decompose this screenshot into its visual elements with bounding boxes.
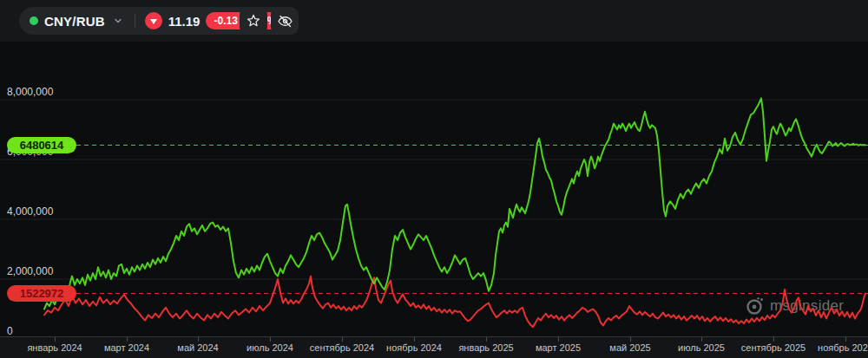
x-axis-tick: [198, 337, 199, 342]
last-price: 11.19: [168, 14, 201, 29]
x-axis-tick: [342, 337, 343, 342]
x-axis-tick: [845, 337, 846, 342]
eye-off-icon: [277, 13, 293, 29]
x-axis-tick: [486, 337, 487, 342]
x-axis-tick: [630, 337, 631, 342]
series-red_line: [44, 277, 865, 328]
chevron-down-icon[interactable]: [113, 16, 123, 26]
x-axis-tick: [701, 337, 702, 342]
x-axis-tick: [270, 337, 271, 342]
symbol-status-dot: [30, 16, 38, 25]
hide-button[interactable]: [271, 7, 299, 35]
x-axis: январь 2024март 2024май 2024июль 2024сен…: [0, 336, 868, 358]
x-axis-tick: [558, 337, 559, 342]
divider: [135, 14, 135, 28]
x-axis-tick: [55, 337, 56, 342]
symbol-name: CNY/RUB: [44, 14, 105, 29]
price-down-icon: [145, 12, 162, 29]
x-axis-label: ноябрь 2025: [789, 342, 868, 353]
chart-toolbar: CNY/RUB 11.19 -0.13 (-1.11%): [0, 0, 868, 42]
favorite-button[interactable]: [240, 7, 267, 35]
x-axis-tick: [414, 337, 415, 342]
series-green_line: [44, 98, 865, 309]
star-icon: [246, 13, 261, 29]
x-axis-tick: [773, 337, 774, 342]
x-axis-tick: [127, 337, 128, 342]
chart-canvas[interactable]: [0, 0, 868, 358]
trading-chart-app: msginsider 8,000,0006,000,0004,000,0002,…: [0, 0, 868, 358]
